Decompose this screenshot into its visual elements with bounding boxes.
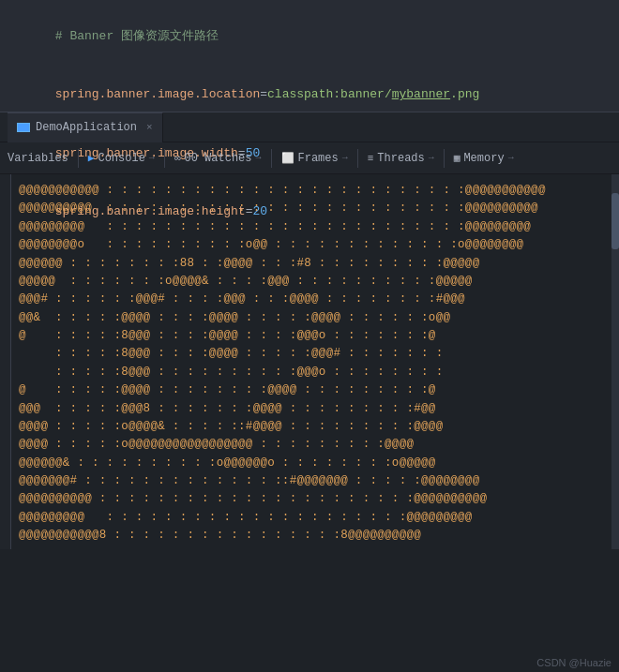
demo-application-tab[interactable]: DemoApplication × [8, 112, 163, 142]
separator-5 [444, 149, 445, 168]
console-label: Console [98, 152, 144, 165]
console-line: @ : : : : :8@@@ : : : :@@@@ : : : :@@@o … [19, 327, 608, 345]
console-line: @@@@@@ : : : : : : : :88 : :@@@@ : : :#8… [19, 255, 608, 273]
frames-icon: ⬜ [281, 152, 294, 164]
variables-toolbar-item[interactable]: Variables [0, 142, 76, 174]
watches-arrow: → [256, 153, 262, 163]
console-line: @@@@@@@@o : : : : : : : : : :o@@ : : : :… [19, 236, 608, 254]
variables-label: Variables [8, 152, 68, 165]
console-line: @@@@@@@@@@ : : : : : : : : : : : : : : :… [19, 490, 608, 508]
console-line: @@@@@ : : : : : : :o@@@@& : : : :@@@ : :… [19, 273, 608, 291]
frames-label: Frames [298, 152, 339, 165]
memory-toolbar-item[interactable]: ▦ Memory → [446, 142, 521, 174]
memory-arrow: → [508, 153, 514, 163]
console-line: @@@@ : : : : :o@@@@@@@@@@@@@@@@@ : : : :… [19, 436, 608, 454]
console-line: @@@@@@@@@ : : : : : : : : : : : : : : : … [19, 218, 608, 236]
console-line: @@@@@@& : : : : : : : : : :o@@@@@@o : : … [19, 455, 608, 472]
comment-text: # Banner 图像资源文件路径 [55, 29, 219, 43]
tab-bar: DemoApplication × [0, 112, 619, 142]
console-line: @@@# : : : : : :@@@# : : : :@@@ : : :@@@… [19, 291, 608, 308]
separator-4 [357, 149, 358, 168]
code-editor: # Banner 图像资源文件路径 spring.banner.image.lo… [0, 0, 619, 112]
console-line: @@@@@@@@@ : : : : : : : : : : : : : : : … [19, 509, 608, 527]
watches-label: 00 Watches [184, 152, 251, 165]
console-toolbar-item[interactable]: ▶ Console → [81, 142, 162, 174]
vertical-scrollbar[interactable] [611, 174, 619, 549]
code-val-prefix-1: classpath:banner/ [267, 87, 392, 101]
console-line: @@@@@@@@@@ : : : : : : : : : : : : : : :… [19, 200, 608, 217]
console-icon: ▶ [88, 152, 95, 164]
watermark: CSDN @Huazie [536, 657, 611, 668]
frames-toolbar-item[interactable]: ⬜ Frames → [274, 142, 355, 174]
debug-toolbar: Variables ▶ Console → ∞ 00 Watches → ⬜ F… [0, 142, 619, 174]
console-line: @ : : : : :@@@@ : : : : : : : :@@@@ : : … [19, 381, 608, 399]
separator-2 [164, 149, 165, 168]
scrollbar-thumb[interactable] [611, 193, 619, 249]
watches-icon: ∞ [174, 153, 181, 164]
separator-3 [271, 149, 272, 168]
console-output[interactable]: @@@@@@@@@@@ : : : : : : : : : : : : : : … [0, 174, 619, 655]
console-line: @@@@@@@# : : : : : : : : : : : : : ::#@@… [19, 472, 608, 490]
code-comment-line: # Banner 图像资源文件路径 [11, 7, 608, 66]
threads-toolbar-item[interactable]: ≡ Threads → [360, 142, 442, 174]
tab-close-button[interactable]: × [146, 122, 153, 133]
code-val-underline-1: mybanner [392, 87, 450, 101]
console-line: @@& : : : : :@@@@ : : : :@@@@ : : : : :@… [19, 309, 608, 327]
tab-label: DemoApplication [36, 121, 137, 134]
tab-icon [17, 123, 30, 132]
threads-arrow: → [429, 153, 434, 163]
memory-icon: ▦ [454, 152, 460, 164]
console-line: @@@@@@@@@@@ : : : : : : : : : : : : : : … [19, 182, 608, 200]
watches-toolbar-item[interactable]: ∞ 00 Watches → [167, 142, 269, 174]
frames-arrow: → [342, 153, 348, 163]
threads-icon: ≡ [368, 153, 374, 164]
console-line: : : : : :8@@@ : : : : : : : : : :@@@o : … [19, 364, 608, 381]
separator-1 [78, 149, 79, 168]
left-gutter [0, 174, 11, 549]
code-key-1: spring.banner.image.location [55, 87, 260, 101]
console-arrow: → [149, 153, 155, 163]
console-line: @@@@@@@@@@@8 : : : : : : : : : : : : : :… [19, 527, 608, 545]
console-line: @@@ : : : : :@@@8 : : : : : : :@@@@ : : … [19, 400, 608, 418]
code-val-suffix-1: .png [450, 87, 479, 101]
memory-label: Memory [463, 152, 504, 165]
threads-label: Threads [377, 152, 424, 165]
console-line: @@@@ : : : : :o@@@@& : : : : ::#@@@@ : :… [19, 418, 608, 436]
console-line: : : : : :8@@@ : : : :@@@@ : : : : :@@@# … [19, 345, 608, 363]
console-lines: @@@@@@@@@@@ : : : : : : : : : : : : : : … [19, 182, 608, 545]
